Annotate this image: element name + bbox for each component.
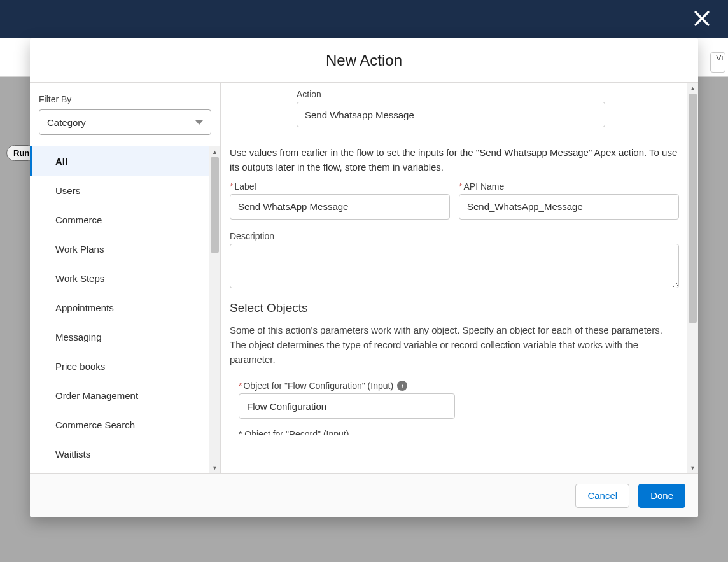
filter-sidebar: Filter By Category All Users Commerce Wo… xyxy=(30,83,221,473)
main-panel: Action Use values from earlier in the fl… xyxy=(221,83,698,473)
label-input[interactable] xyxy=(230,194,450,220)
filter-select-value: Category xyxy=(47,117,86,128)
filter-by-label: Filter By xyxy=(30,94,220,109)
api-name-field-block: *API Name xyxy=(459,181,679,220)
background-partial-button[interactable]: Vi xyxy=(710,52,725,73)
scroll-up-icon[interactable]: ▲ xyxy=(687,83,698,94)
select-objects-help: Some of this action's parameters work wi… xyxy=(230,323,679,367)
action-input[interactable] xyxy=(297,102,605,127)
filter-category-select[interactable]: Category xyxy=(39,109,211,135)
description-label: Description xyxy=(230,231,679,241)
scroll-down-icon[interactable]: ▼ xyxy=(687,462,698,473)
category-item-users[interactable]: Users xyxy=(30,176,220,205)
description-textarea[interactable] xyxy=(230,244,679,288)
category-item-waitlists[interactable]: Waitlists xyxy=(30,439,220,468)
category-item-work-steps[interactable]: Work Steps xyxy=(30,263,220,293)
action-help-text: Use values from earlier in the flow to s… xyxy=(230,145,679,175)
modal-footer: Cancel Done xyxy=(30,473,698,517)
category-item-commerce[interactable]: Commerce xyxy=(30,205,220,234)
category-list: All Users Commerce Work Plans Work Steps… xyxy=(30,146,220,473)
done-button[interactable]: Done xyxy=(638,484,685,508)
label-apiname-row: *Label *API Name xyxy=(230,181,679,220)
main-content: Action Use values from earlier in the fl… xyxy=(221,83,698,473)
label-field-label: *Label xyxy=(230,181,450,192)
close-icon[interactable] xyxy=(692,9,711,28)
sidebar-scrollbar-thumb[interactable] xyxy=(211,157,219,253)
action-field-block: Action xyxy=(297,89,605,127)
category-list-wrapper: All Users Commerce Work Plans Work Steps… xyxy=(30,146,220,473)
modal-title: New Action xyxy=(326,52,402,69)
main-scrollbar-thumb[interactable] xyxy=(689,94,697,323)
chevron-down-icon xyxy=(195,120,203,125)
category-item-price-books[interactable]: Price books xyxy=(30,351,220,381)
new-action-modal: New Action Filter By Category All Users … xyxy=(30,38,698,517)
api-name-input[interactable] xyxy=(459,194,679,220)
action-label: Action xyxy=(297,89,605,99)
scroll-up-icon[interactable]: ▲ xyxy=(209,146,220,157)
category-item-order-management[interactable]: Order Management xyxy=(30,381,220,410)
api-name-field-label: *API Name xyxy=(459,181,679,192)
top-bar xyxy=(0,0,728,38)
main-scrollbar[interactable]: ▲ ▼ xyxy=(687,83,698,473)
object-flow-config-block: *Object for "Flow Configuration" (Input)… xyxy=(239,381,455,419)
modal-header: New Action xyxy=(30,38,698,83)
object-flow-config-label: *Object for "Flow Configuration" (Input)… xyxy=(239,381,455,391)
category-item-commerce-search[interactable]: Commerce Search xyxy=(30,410,220,439)
sidebar-scrollbar[interactable]: ▲ ▼ xyxy=(209,146,220,473)
category-item-messaging[interactable]: Messaging xyxy=(30,322,220,351)
cancel-button[interactable]: Cancel xyxy=(575,484,629,508)
description-field-block: Description xyxy=(230,231,679,291)
category-item-all[interactable]: All xyxy=(30,146,220,176)
select-objects-title: Select Objects xyxy=(230,301,679,315)
object-record-label-partial: * Object for "Record" (Input) xyxy=(239,429,679,435)
scroll-down-icon[interactable]: ▼ xyxy=(209,462,220,473)
info-icon[interactable]: i xyxy=(397,381,407,391)
object-flow-config-input[interactable] xyxy=(239,393,455,419)
modal-body: Filter By Category All Users Commerce Wo… xyxy=(30,83,698,473)
label-field-block: *Label xyxy=(230,181,450,220)
category-item-work-plans[interactable]: Work Plans xyxy=(30,234,220,263)
category-item-appointments[interactable]: Appointments xyxy=(30,293,220,322)
